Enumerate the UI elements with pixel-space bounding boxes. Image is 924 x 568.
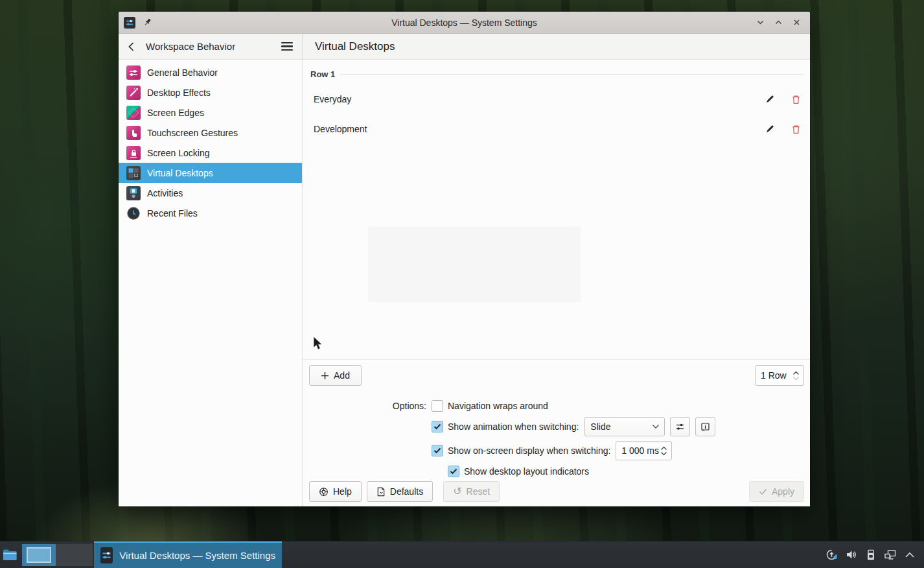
window-title: Virtual Desktops — System Settings	[119, 18, 810, 28]
pin-icon[interactable]	[141, 17, 153, 29]
menu-icon[interactable]	[281, 42, 293, 51]
system-settings-window: Virtual Desktops — System Settings Works…	[119, 12, 810, 506]
fading-tooltip-remnant	[368, 226, 581, 302]
rows-value: 1 Row	[756, 370, 792, 381]
sidebar-item-virtual-desktops[interactable]: Virtual Desktops	[119, 163, 302, 183]
option-label: Show animation when switching:	[448, 421, 579, 432]
header-band: Workspace Behavior Virtual Desktops	[119, 34, 810, 60]
activities-icon	[126, 186, 141, 200]
sidebar-item-screen-locking[interactable]: Screen Locking	[119, 143, 302, 163]
configure-animation-button[interactable]	[670, 417, 690, 436]
desktop-row: Everyday	[314, 90, 804, 108]
back-chevron-icon[interactable]	[128, 41, 141, 52]
reset-icon: ↺	[453, 486, 461, 497]
titlebar[interactable]: Virtual Desktops — System Settings	[119, 12, 810, 34]
about-animation-button[interactable]	[695, 417, 715, 436]
navigation-wraps-checkbox[interactable]	[432, 400, 443, 412]
sidebar-item-general-behavior[interactable]: General Behavior	[119, 62, 302, 82]
reset-button[interactable]: ↺ Reset	[443, 481, 500, 502]
desktop-name: Everyday	[314, 94, 761, 104]
row-group-label: Row 1	[310, 69, 335, 79]
apply-check-icon	[759, 488, 767, 495]
sidebar-item-screen-edges[interactable]: Screen Edges	[119, 102, 302, 123]
task-label: Virtual Desktops — System Settings	[119, 550, 275, 561]
delete-icon[interactable]	[787, 121, 804, 137]
defaults-button[interactable]: Defaults	[367, 481, 433, 502]
sidebar-item-label: General Behavior	[147, 67, 218, 78]
expand-tray-icon[interactable]	[903, 548, 916, 562]
removable-device-icon[interactable]	[864, 548, 877, 562]
system-settings-app-icon	[124, 17, 135, 29]
sidebar-item-label: Screen Edges	[147, 108, 204, 118]
desktop-name: Development	[314, 124, 761, 134]
rename-icon[interactable]	[761, 121, 778, 137]
pager-desktop-2[interactable]	[56, 544, 93, 566]
sidebar-item-recent-files[interactable]: Recent Files	[119, 203, 302, 223]
sidebar-item-label: Recent Files	[147, 208, 198, 219]
layout-indicators-checkbox[interactable]	[448, 466, 459, 477]
help-button[interactable]: Help	[309, 481, 362, 502]
configure-icon	[675, 422, 685, 432]
system-tray	[825, 548, 924, 562]
footer-buttons: Help Defaults ↺ Reset Apply	[309, 481, 804, 502]
spin-up-icon	[792, 371, 800, 375]
file-manager-icon[interactable]	[1, 547, 18, 563]
show-osd-checkbox[interactable]	[432, 445, 443, 456]
spin-down-icon	[792, 376, 800, 381]
delete-icon[interactable]	[787, 91, 804, 108]
show-animation-checkbox[interactable]	[432, 421, 443, 432]
pager-window-thumbnail	[27, 547, 51, 563]
option-row: Show desktop layout indicators	[448, 462, 589, 481]
osd-duration-spinbox[interactable]: 1 000 ms	[616, 441, 672, 460]
option-row: Options: Navigation wraps around	[341, 396, 548, 416]
sidebar-item-label: Activities	[147, 188, 183, 198]
system-settings-app-icon	[100, 547, 113, 563]
network-display-icon[interactable]	[883, 548, 897, 562]
desktop-row: Development	[314, 120, 804, 138]
sidebar: General Behavior Desktop Effects Screen …	[119, 60, 303, 506]
defaults-icon	[376, 487, 386, 497]
rows-spinbox[interactable]: 1 Row	[755, 365, 804, 386]
spin-up-icon	[660, 446, 667, 451]
virtual-desktop-pager[interactable]	[22, 544, 93, 566]
sidebar-item-desktop-effects[interactable]: Desktop Effects	[119, 82, 302, 102]
help-icon	[319, 487, 329, 497]
option-label: Navigation wraps around	[448, 401, 548, 411]
virtual-desktops-icon	[126, 166, 141, 180]
chevron-down-icon	[652, 424, 660, 429]
volume-icon[interactable]	[844, 548, 858, 562]
recent-files-icon	[126, 206, 141, 220]
option-row: Show on-screen display when switching: 1…	[432, 441, 672, 460]
footer-separator	[303, 359, 810, 360]
options-caption: Options:	[341, 401, 426, 411]
screen-edges-icon	[126, 106, 141, 120]
minimize-icon[interactable]	[754, 17, 766, 29]
animation-combobox[interactable]: Slide	[584, 417, 665, 436]
rename-icon[interactable]	[761, 91, 778, 108]
sidebar-header-title: Workspace Behavior	[146, 41, 281, 52]
osd-duration-value: 1 000 ms	[616, 445, 660, 456]
taskbar: Virtual Desktops — System Settings	[0, 541, 924, 568]
row-group-header: Row 1	[310, 69, 804, 79]
taskbar-task-button[interactable]: Virtual Desktops — System Settings	[94, 541, 282, 568]
maximize-icon[interactable]	[772, 17, 784, 29]
info-tooltip-icon	[700, 422, 710, 432]
sidebar-item-activities[interactable]: Activities	[119, 183, 302, 203]
close-icon[interactable]	[791, 17, 802, 29]
pager-desktop-1[interactable]	[22, 544, 56, 566]
apply-button[interactable]: Apply	[749, 481, 804, 502]
touchscreen-gestures-icon	[126, 126, 141, 140]
option-label: Show on-screen display when switching:	[448, 445, 610, 456]
update-available-icon[interactable]	[825, 548, 838, 562]
sidebar-item-label: Touchscreen Gestures	[147, 128, 238, 138]
add-button[interactable]: Add	[309, 365, 362, 386]
animation-combobox-value: Slide	[585, 421, 652, 432]
main-content: Row 1 Everyday Development	[303, 60, 810, 506]
spin-down-icon	[660, 451, 667, 456]
screen-locking-icon	[126, 146, 141, 160]
desktop-effects-icon	[126, 86, 141, 100]
option-label: Show desktop layout indicators	[464, 466, 589, 477]
sidebar-item-touchscreen-gestures[interactable]: Touchscreen Gestures	[119, 123, 302, 143]
mouse-cursor	[313, 337, 323, 353]
sidebar-item-label: Screen Locking	[147, 148, 210, 158]
